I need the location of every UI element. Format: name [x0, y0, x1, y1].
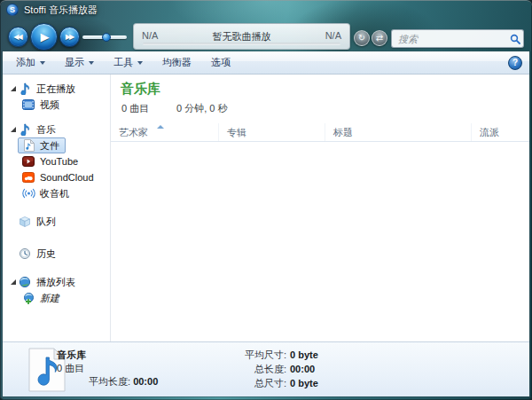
- navigation-sidebar: 正在播放 视频 音乐: [3, 75, 111, 341]
- window-title: Stoffi 音乐播放器: [24, 4, 98, 17]
- sidebar-item-queue[interactable]: 队列: [3, 214, 110, 230]
- sort-asc-icon: [157, 125, 164, 129]
- status-average-size: 平均尺寸: 0 byte: [235, 348, 318, 362]
- file-note-icon: [21, 138, 35, 153]
- sidebar-item-soundcloud[interactable]: SoundCloud: [18, 169, 110, 185]
- sidebar-item-playlists[interactable]: 播放列表: [3, 274, 110, 290]
- help-icon: ?: [512, 59, 518, 67]
- main-row: 正在播放 视频 音乐: [3, 75, 529, 341]
- playlist-globe-icon: [18, 275, 32, 289]
- sidebar-item-new-playlist[interactable]: 新建: [18, 290, 110, 306]
- queue-cube-icon: [18, 215, 32, 229]
- music-note-icon: [18, 122, 32, 137]
- toolbar: ◀◀ ▶ ▶▶ N/A 暂无歌曲播放 N/A ↻ ⇄: [0, 20, 532, 51]
- play-button[interactable]: ▶: [30, 23, 58, 51]
- search-icon[interactable]: [507, 32, 523, 46]
- menu-tools[interactable]: 工具: [106, 53, 151, 72]
- expand-arrow-icon[interactable]: [9, 86, 18, 91]
- chevron-down-icon: [89, 61, 94, 65]
- repeat-button[interactable]: ↻: [354, 30, 370, 46]
- column-header-genre[interactable]: 流派: [472, 123, 529, 141]
- play-icon: ▶: [41, 31, 50, 43]
- expand-arrow-icon[interactable]: [9, 127, 18, 132]
- track-title: 暂无歌曲播放: [134, 30, 349, 43]
- volume-slider-thumb[interactable]: [102, 33, 111, 42]
- shuffle-icon: ⇄: [376, 34, 383, 43]
- next-button[interactable]: ▶▶: [59, 27, 80, 47]
- music-note-icon: [18, 82, 32, 96]
- menu-options[interactable]: 选项: [203, 53, 239, 72]
- sidebar-item-music[interactable]: 音乐: [3, 122, 110, 137]
- chevron-down-icon: [137, 61, 143, 65]
- column-header-artist[interactable]: 艺术家: [111, 123, 219, 141]
- playlist-new-icon: [21, 291, 35, 305]
- title-bar[interactable]: S Stoffi 音乐播放器: [0, 0, 532, 20]
- repeat-icon: ↻: [358, 34, 365, 43]
- youtube-icon: [21, 154, 35, 169]
- status-total-size: 总尺寸: 0 byte: [235, 376, 318, 390]
- now-playing-info: N/A 暂无歌曲播放 N/A: [133, 23, 350, 50]
- menu-bar: 添加 显示 工具 均衡器 选项 ?: [3, 51, 529, 75]
- library-counts: 0 曲目 0 分钟, 0 秒: [121, 102, 529, 115]
- menu-view[interactable]: 显示: [57, 53, 102, 72]
- help-button[interactable]: ?: [508, 56, 522, 70]
- track-list-empty-area[interactable]: [111, 142, 529, 341]
- table-header-row: 艺术家 专辑 标题 流派: [111, 123, 529, 142]
- client-area: 添加 显示 工具 均衡器 选项 ?: [3, 51, 529, 396]
- fast-forward-icon: ▶▶: [66, 34, 73, 41]
- sidebar-item-radio[interactable]: 收音机: [18, 185, 110, 201]
- search-input[interactable]: [392, 34, 507, 44]
- track-time: N/A: [325, 30, 341, 41]
- chevron-down-icon: [40, 61, 45, 65]
- library-title: 音乐库: [121, 81, 529, 98]
- sidebar-item-now-playing[interactable]: 正在播放: [3, 81, 110, 97]
- expand-arrow-icon[interactable]: [9, 279, 18, 285]
- search-box: [391, 29, 524, 48]
- column-header-album[interactable]: 专辑: [219, 123, 325, 141]
- sidebar-item-youtube[interactable]: YouTube: [18, 153, 110, 169]
- shuffle-button[interactable]: ⇄: [372, 30, 387, 46]
- sidebar-item-history[interactable]: 历史: [3, 246, 110, 262]
- history-clock-icon: [18, 247, 32, 261]
- app-window: S Stoffi 音乐播放器 ◀◀ ▶ ▶▶ N/A 暂无歌曲播放 N/A ↻ …: [0, 0, 532, 400]
- volume-slider[interactable]: [82, 35, 127, 39]
- library-track-count: 0 曲目: [121, 102, 176, 115]
- status-average-length: 平均长度: 00:00: [89, 375, 158, 388]
- status-bar: 音乐库 0 曲目 平均长度: 00:00 平均尺寸: 0 byte 总长度: 0…: [3, 341, 529, 396]
- previous-button[interactable]: ◀◀: [8, 27, 28, 47]
- video-icon: [21, 98, 35, 112]
- library-pane: 音乐库 0 曲目 0 分钟, 0 秒 艺术家 专辑 标题 流派: [111, 75, 529, 341]
- stoffi-logo-icon: S: [6, 4, 19, 16]
- status-total-length: 总长度: 00:00: [235, 362, 318, 376]
- status-library-name: 音乐库: [57, 349, 86, 362]
- sidebar-item-files[interactable]: 文件: [18, 137, 110, 153]
- column-header-title[interactable]: 标题: [325, 123, 472, 141]
- sidebar-item-video[interactable]: 视频: [18, 97, 110, 113]
- soundcloud-icon: [21, 170, 35, 184]
- rewind-icon: ◀◀: [13, 34, 20, 41]
- seek-bar[interactable]: [143, 43, 340, 45]
- status-track-count: 0 曲目: [57, 362, 84, 375]
- radio-icon: [21, 186, 35, 200]
- menu-equalizer[interactable]: 均衡器: [154, 53, 200, 72]
- menu-add[interactable]: 添加: [8, 53, 53, 72]
- status-right-block: 平均尺寸: 0 byte 总长度: 00:00 总尺寸: 0 byte: [235, 348, 318, 390]
- library-duration: 0 分钟, 0 秒: [176, 102, 227, 115]
